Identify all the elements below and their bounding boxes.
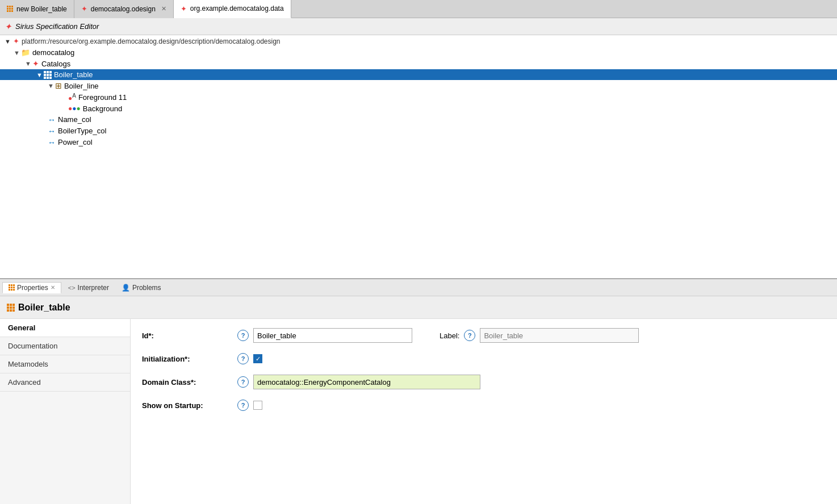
- col-icon: ↔: [48, 138, 56, 147]
- tab-data-icon: ✦: [181, 5, 187, 13]
- tree-item-foreground11[interactable]: ●A Foreground 11: [0, 91, 837, 103]
- show-on-startup-help-icon[interactable]: ?: [237, 400, 249, 411]
- tree-label: Foreground 11: [78, 93, 127, 102]
- domain-class-input[interactable]: [253, 375, 480, 389]
- tree-label: Boiler_line: [64, 82, 99, 90]
- tree-label: Boiler_table: [54, 70, 93, 79]
- domain-class-label: Domain Class*:: [142, 378, 233, 387]
- label-field-label: Label:: [440, 331, 459, 340]
- sidebar-nav-general[interactable]: General: [0, 319, 130, 337]
- panel-tab-problems[interactable]: 👤 Problems: [116, 283, 167, 293]
- tree-item-background[interactable]: ●●● Background: [0, 103, 837, 114]
- tab-bar: new Boiler_table ✦ democatalog.odesign ✕…: [0, 0, 837, 18]
- problems-icon: 👤: [122, 284, 130, 292]
- panel-tab-label: Interpreter: [78, 284, 109, 292]
- tree-item-name-col[interactable]: ↔ Name_col: [0, 114, 837, 125]
- tree-item-democatalog[interactable]: ▼ 📁 democatalog: [0, 47, 837, 58]
- tree-label: Catalogs: [41, 60, 70, 68]
- tab-org-example-data[interactable]: ✦ org.example.democatalog.data: [174, 0, 291, 18]
- tab-label: new Boiler_table: [16, 5, 67, 13]
- fg-icon: ●A: [68, 93, 76, 102]
- form-row-domain-class: Domain Class*: ?: [142, 375, 826, 389]
- initialization-label: Initialization*:: [142, 355, 233, 363]
- tree-item-boilertype-col[interactable]: ↔ BoilerType_col: [0, 125, 837, 137]
- tree-label: Background: [83, 104, 122, 113]
- tree-arrow[interactable]: ▼: [36, 72, 43, 78]
- tree-root-path[interactable]: ▼ ✦ platform:/resource/org.example.democ…: [0, 35, 837, 47]
- tree-expand-root[interactable]: ▼: [5, 38, 11, 45]
- label-group: Label: ?: [440, 328, 639, 343]
- bottom-panel: Properties ✕ <> Interpreter 👤 Problems B…: [0, 279, 837, 504]
- col-icon: ↔: [48, 127, 56, 136]
- initialization-help-icon[interactable]: ?: [237, 353, 249, 364]
- sidebar-nav-documentation[interactable]: Documentation: [0, 337, 130, 355]
- show-on-startup-label: Show on Startup:: [142, 401, 233, 410]
- properties-tab-icon: [9, 284, 15, 291]
- bg-icon: ●●●: [68, 104, 81, 112]
- table-icon: [44, 71, 52, 79]
- initialization-checkbox[interactable]: ✓: [253, 354, 262, 363]
- properties-title-bar: Boiler_table: [0, 296, 837, 319]
- tab-odesign-icon: ✦: [81, 5, 87, 13]
- line-icon: ⊞: [55, 81, 62, 90]
- panel-tab-properties[interactable]: Properties ✕: [2, 282, 61, 293]
- panel-tab-close-icon[interactable]: ✕: [51, 284, 55, 291]
- tab-new-boiler[interactable]: new Boiler_table: [0, 0, 74, 18]
- properties-title-text: Boiler_table: [18, 303, 70, 313]
- tab-label: org.example.democatalog.data: [190, 5, 284, 12]
- tree-item-boiler-table[interactable]: ▼ Boiler_table: [0, 69, 837, 80]
- tree-arrow[interactable]: ▼: [48, 82, 54, 89]
- tab-democatalog-odesign[interactable]: ✦ democatalog.odesign ✕: [74, 0, 174, 18]
- domain-class-help-icon[interactable]: ?: [237, 376, 249, 388]
- tree-label: democatalog: [32, 48, 74, 57]
- catalog-icon: 📁: [21, 48, 30, 57]
- panel-tab-label: Properties: [17, 284, 48, 292]
- tree-root-icon: ✦: [13, 37, 19, 45]
- form-area: Id*: ? Label: ? Initialization*: ? ✓: [131, 319, 837, 504]
- tab-label: democatalog.odesign: [91, 5, 156, 13]
- properties-title-icon: [7, 304, 15, 312]
- tree-arrow[interactable]: ▼: [14, 49, 20, 56]
- form-row-initialization: Initialization*: ? ✓: [142, 353, 826, 364]
- panel-tab-bar: Properties ✕ <> Interpreter 👤 Problems: [0, 279, 837, 296]
- tab-close-icon[interactable]: ✕: [161, 5, 166, 12]
- tab-grid-icon: [7, 6, 13, 12]
- editor-header: ✦ Sirius Specification Editor: [0, 18, 837, 35]
- tree-item-catalogs[interactable]: ▼ ✦ Catalogs: [0, 58, 837, 69]
- tree-arrow[interactable]: ▼: [25, 60, 31, 67]
- show-on-startup-checkbox[interactable]: [253, 401, 262, 410]
- interpreter-icon: <>: [68, 284, 76, 291]
- label-input[interactable]: [480, 328, 639, 343]
- sirius-item-icon: ✦: [32, 59, 39, 68]
- label-help-icon[interactable]: ?: [464, 330, 475, 341]
- tree-root-label: platform:/resource/org.example.democatal…: [22, 37, 281, 45]
- form-row-id: Id*: ? Label: ?: [142, 328, 826, 343]
- sidebar-nav-metamodels[interactable]: Metamodels: [0, 355, 130, 373]
- tree-label: Power_col: [58, 138, 93, 146]
- sirius-icon: ✦: [5, 22, 12, 32]
- tree-label: BoilerType_col: [58, 127, 106, 135]
- id-help-icon[interactable]: ?: [237, 330, 249, 341]
- panel-tab-interpreter[interactable]: <> Interpreter: [62, 283, 115, 293]
- panel-tab-label: Problems: [132, 284, 161, 292]
- sidebar-nav: General Documentation Metamodels Advance…: [0, 319, 131, 504]
- tree-panel: ✦ Sirius Specification Editor ▼ ✦ platfo…: [0, 18, 837, 279]
- tree-item-power-col[interactable]: ↔ Power_col: [0, 137, 837, 148]
- form-row-show-on-startup: Show on Startup: ?: [142, 400, 826, 411]
- properties-body: General Documentation Metamodels Advance…: [0, 319, 837, 504]
- tree-item-boiler-line[interactable]: ▼ ⊞ Boiler_line: [0, 80, 837, 91]
- main-area: ✦ Sirius Specification Editor ▼ ✦ platfo…: [0, 18, 837, 504]
- tree-label: Name_col: [58, 115, 91, 124]
- id-label: Id*:: [142, 331, 233, 340]
- sidebar-nav-advanced[interactable]: Advanced: [0, 373, 130, 392]
- col-icon: ↔: [48, 115, 56, 124]
- editor-title: Sirius Specification Editor: [15, 22, 99, 31]
- id-input[interactable]: [253, 328, 412, 343]
